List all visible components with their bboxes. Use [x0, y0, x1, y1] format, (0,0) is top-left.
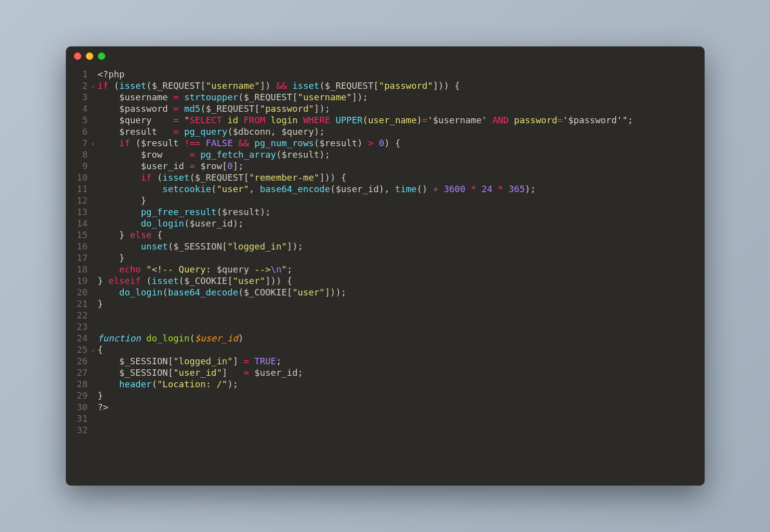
line-number: 27 — [66, 367, 88, 378]
fold-marker — [90, 425, 97, 437]
fold-marker — [90, 310, 97, 322]
fold-marker — [90, 184, 97, 196]
fold-marker — [90, 230, 97, 242]
code-line[interactable]: if (isset($_REQUEST["username"]) && isse… — [98, 80, 705, 91]
fold-marker — [90, 196, 97, 207]
editor-window: 1234567891011121314151617181920212223242… — [66, 46, 705, 486]
code-line[interactable]: } — [98, 195, 705, 206]
line-number: 17 — [66, 252, 88, 264]
code-line[interactable] — [98, 413, 705, 424]
code-line[interactable] — [98, 424, 705, 436]
code-line[interactable]: header("Location: /"); — [98, 378, 705, 390]
fold-marker — [90, 161, 97, 173]
line-number: 15 — [66, 229, 88, 241]
code-line[interactable]: $query = "SELECT id FROM login WHERE UPP… — [98, 114, 705, 126]
code-line[interactable]: { — [98, 344, 705, 355]
fold-marker — [90, 127, 97, 138]
line-number: 3 — [66, 91, 88, 103]
line-number-gutter: 1234567891011121314151617181920212223242… — [66, 68, 90, 486]
fold-marker — [90, 356, 97, 368]
code-line[interactable]: if ($result !== FALSE && pg_num_rows($re… — [98, 137, 705, 149]
fold-marker — [90, 414, 97, 425]
code-line[interactable]: } elseif (isset($_COOKIE["user"])) { — [98, 275, 705, 286]
fold-marker — [90, 253, 97, 265]
code-line[interactable]: $password = md5($_REQUEST["password"]); — [98, 103, 705, 114]
code-line[interactable]: do_login(base64_decode($_COOKIE["user"])… — [98, 286, 705, 298]
fold-gutter: ▾▾▾ — [90, 68, 97, 486]
code-line[interactable]: $user_id = $row[0]; — [98, 160, 705, 172]
code-line[interactable]: echo "<!-- Query: $query -->\n"; — [98, 264, 705, 275]
line-number: 21 — [66, 298, 88, 309]
fold-marker — [90, 402, 97, 414]
code-line[interactable] — [98, 309, 705, 321]
fold-marker — [90, 368, 97, 379]
fold-marker — [90, 242, 97, 253]
fold-marker — [90, 287, 97, 299]
line-number: 29 — [66, 390, 88, 401]
line-number: 22 — [66, 309, 88, 321]
minimize-icon[interactable] — [86, 52, 93, 60]
fold-marker — [90, 379, 97, 391]
code-line[interactable]: do_login($user_id); — [98, 218, 705, 229]
fold-marker — [90, 69, 97, 81]
code-line[interactable]: } — [98, 390, 705, 401]
fold-marker — [90, 104, 97, 115]
line-number: 30 — [66, 401, 88, 413]
line-number: 28 — [66, 378, 88, 390]
fold-marker — [90, 265, 97, 276]
code-line[interactable]: <?php — [98, 68, 705, 80]
code-line[interactable]: $row = pg_fetch_array($result); — [98, 149, 705, 160]
fold-marker[interactable]: ▾ — [90, 138, 97, 150]
line-number: 2 — [66, 80, 88, 91]
line-number: 26 — [66, 355, 88, 367]
code-line[interactable]: function do_login($user_id) — [98, 332, 705, 344]
line-number: 16 — [66, 241, 88, 252]
zoom-icon[interactable] — [98, 52, 105, 60]
line-number: 11 — [66, 183, 88, 195]
line-number: 7 — [66, 137, 88, 149]
fold-marker[interactable]: ▾ — [90, 345, 97, 356]
fold-marker — [90, 150, 97, 161]
code-area[interactable]: <?phpif (isset($_REQUEST["username"]) &&… — [97, 68, 705, 486]
code-line[interactable]: $result = pg_query($dbconn, $query); — [98, 126, 705, 137]
line-number: 1 — [66, 68, 88, 80]
code-line[interactable]: } — [98, 252, 705, 264]
code-line[interactable]: $username = strtoupper($_REQUEST["userna… — [98, 91, 705, 103]
code-line[interactable]: $_SESSION["user_id"] = $user_id; — [98, 367, 705, 378]
line-number: 12 — [66, 195, 88, 206]
fold-marker[interactable]: ▾ — [90, 81, 97, 92]
fold-marker — [90, 299, 97, 310]
line-number: 32 — [66, 424, 88, 436]
line-number: 20 — [66, 286, 88, 298]
titlebar — [66, 46, 705, 65]
code-line[interactable]: } — [98, 298, 705, 309]
code-editor[interactable]: 1234567891011121314151617181920212223242… — [66, 65, 705, 486]
code-line[interactable]: setcookie("user", base64_encode($user_id… — [98, 183, 705, 195]
code-line[interactable]: if (isset($_REQUEST["remember-me"])) { — [98, 172, 705, 183]
line-number: 24 — [66, 332, 88, 344]
code-line[interactable]: $_SESSION["logged_in"] = TRUE; — [98, 355, 705, 367]
fold-marker — [90, 219, 97, 230]
line-number: 9 — [66, 160, 88, 172]
fold-marker — [90, 333, 97, 345]
code-line[interactable]: } else { — [98, 229, 705, 241]
fold-marker — [90, 276, 97, 287]
close-icon[interactable] — [74, 52, 81, 60]
fold-marker — [90, 115, 97, 127]
code-line[interactable]: ?> — [98, 401, 705, 413]
line-number: 4 — [66, 103, 88, 114]
code-line[interactable] — [98, 321, 705, 332]
line-number: 19 — [66, 275, 88, 286]
line-number: 10 — [66, 172, 88, 183]
line-number: 31 — [66, 413, 88, 424]
line-number: 23 — [66, 321, 88, 332]
line-number: 13 — [66, 206, 88, 218]
fold-marker — [90, 92, 97, 104]
fold-marker — [90, 207, 97, 219]
line-number: 6 — [66, 126, 88, 137]
code-line[interactable]: pg_free_result($result); — [98, 206, 705, 218]
fold-marker — [90, 322, 97, 333]
line-number: 18 — [66, 264, 88, 275]
code-line[interactable]: unset($_SESSION["logged_in"]); — [98, 241, 705, 252]
fold-marker — [90, 173, 97, 184]
